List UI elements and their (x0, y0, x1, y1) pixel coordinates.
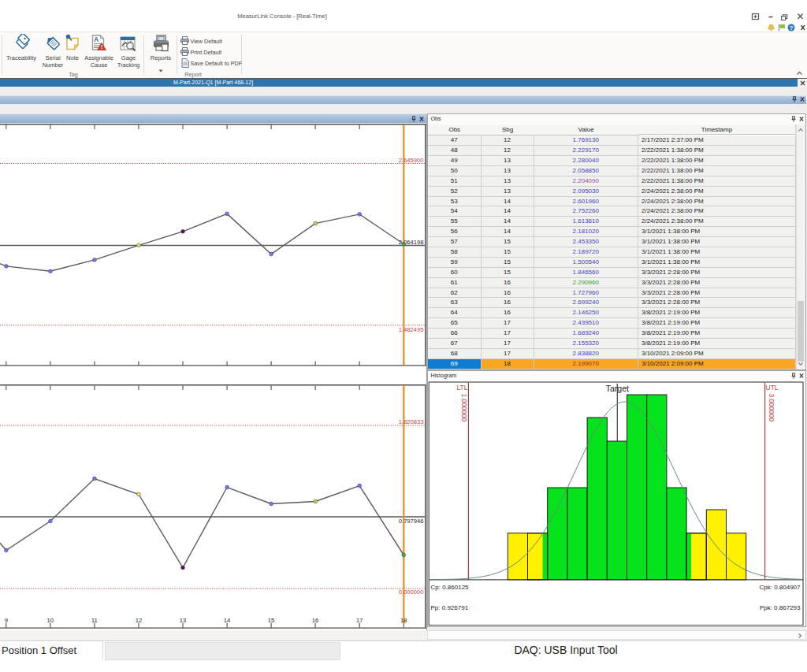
svg-text:?: ? (790, 24, 794, 32)
svg-text:3.000000: 3.000000 (768, 394, 775, 422)
svg-text:15: 15 (268, 617, 274, 624)
svg-text:Cpk: 0.804907: Cpk: 0.804907 (759, 584, 801, 591)
svg-text:Pp: 0.926791: Pp: 0.926791 (431, 604, 469, 611)
svg-text:1.820833: 1.820833 (399, 418, 424, 425)
svg-text:17: 17 (356, 617, 363, 624)
svg-text:2.645900: 2.645900 (399, 156, 424, 163)
svg-text:Target: Target (606, 384, 629, 393)
svg-text:A: A (94, 35, 99, 43)
svg-text:1.482495: 1.482495 (399, 325, 424, 332)
svg-text:14: 14 (224, 617, 230, 624)
svg-text:9: 9 (5, 617, 8, 624)
svg-text:10: 10 (47, 617, 54, 624)
svg-text:!: ! (101, 44, 102, 50)
svg-text:1.000000: 1.000000 (460, 394, 468, 422)
svg-text:13: 13 (180, 617, 186, 624)
svg-text:Ppk: 0.867293: Ppk: 0.867293 (760, 604, 801, 611)
svg-text:UTL: UTL (766, 384, 779, 392)
svg-text:11: 11 (91, 617, 98, 624)
svg-text:16: 16 (312, 617, 318, 624)
svg-text:12: 12 (136, 617, 142, 624)
svg-text:0.797946: 0.797946 (399, 517, 424, 524)
svg-text:LTL: LTL (456, 384, 467, 392)
svg-text:18: 18 (400, 617, 407, 624)
svg-text:0.000000: 0.000000 (399, 588, 424, 596)
svg-text:Cp: 0.860125: Cp: 0.860125 (431, 584, 470, 591)
